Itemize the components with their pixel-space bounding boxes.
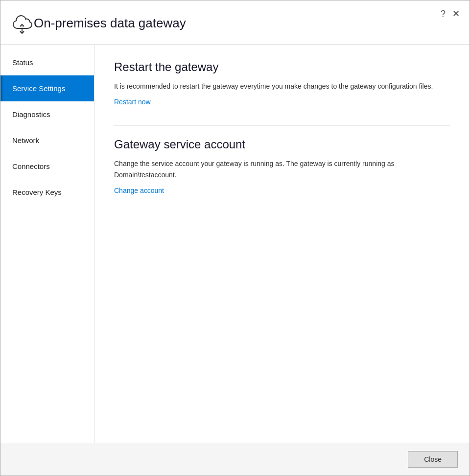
sidebar-item-connectors[interactable]: Connectors <box>0 153 94 179</box>
app-title: On-premises data gateway <box>34 16 460 31</box>
sidebar: Status Service Settings Diagnostics Netw… <box>0 45 94 443</box>
main-content: Restart the gateway It is recommended to… <box>94 45 470 443</box>
sidebar-item-network[interactable]: Network <box>0 127 94 153</box>
footer: Close <box>0 443 470 476</box>
close-button[interactable]: Close <box>408 451 458 468</box>
section-divider <box>114 125 450 126</box>
content-area: Status Service Settings Diagnostics Netw… <box>0 45 470 443</box>
gateway-icon <box>10 12 34 35</box>
sidebar-item-recovery-keys[interactable]: Recovery Keys <box>0 179 94 205</box>
account-section-description: Change the service account your gateway … <box>114 158 447 180</box>
window-controls: ? ✕ <box>441 8 460 19</box>
restart-section-description: It is recommended to restart the gateway… <box>114 81 447 92</box>
sidebar-item-status[interactable]: Status <box>0 49 94 75</box>
sidebar-item-service-settings[interactable]: Service Settings <box>0 75 94 101</box>
sidebar-item-diagnostics[interactable]: Diagnostics <box>0 101 94 127</box>
close-window-button[interactable]: ✕ <box>452 8 460 19</box>
restart-now-link[interactable]: Restart now <box>114 98 151 106</box>
app-window: On-premises data gateway ? ✕ Status Serv… <box>0 0 470 476</box>
title-bar: On-premises data gateway ? ✕ <box>0 0 470 45</box>
account-section-title: Gateway service account <box>114 138 450 151</box>
change-account-link[interactable]: Change account <box>114 187 164 194</box>
help-button[interactable]: ? <box>441 9 446 19</box>
restart-section-title: Restart the gateway <box>114 60 450 74</box>
